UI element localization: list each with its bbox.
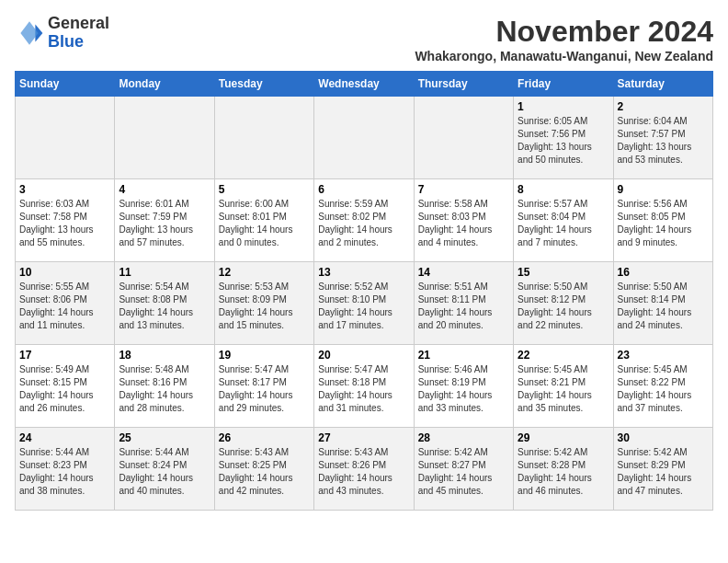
day-number: 19: [219, 349, 310, 362]
day-info: Sunrise: 5:55 AMSunset: 8:06 PMDaylight:…: [19, 281, 110, 332]
day-number: 29: [518, 431, 609, 444]
calendar-cell: [115, 97, 214, 179]
day-header-wednesday: Wednesday: [314, 72, 414, 97]
calendar-cell: 15Sunrise: 5:50 AMSunset: 8:12 PMDayligh…: [514, 262, 613, 345]
calendar-week-row: 10Sunrise: 5:55 AMSunset: 8:06 PMDayligh…: [16, 262, 713, 345]
calendar-week-row: 1Sunrise: 6:05 AMSunset: 7:56 PMDaylight…: [16, 97, 713, 179]
day-number: 17: [19, 349, 110, 362]
day-info: Sunrise: 5:54 AMSunset: 8:08 PMDaylight:…: [119, 281, 210, 332]
day-info: Sunrise: 5:50 AMSunset: 8:14 PMDaylight:…: [618, 281, 709, 332]
day-info: Sunrise: 5:46 AMSunset: 8:19 PMDaylight:…: [418, 363, 509, 415]
day-number: 22: [518, 349, 609, 362]
calendar-cell: 17Sunrise: 5:49 AMSunset: 8:15 PMDayligh…: [16, 345, 115, 428]
logo-text: General Blue: [48, 15, 109, 52]
calendar-cell: 28Sunrise: 5:42 AMSunset: 8:27 PMDayligh…: [414, 428, 513, 511]
day-header-sunday: Sunday: [16, 72, 115, 97]
day-info: Sunrise: 5:47 AMSunset: 8:18 PMDaylight:…: [318, 363, 409, 415]
day-number: 2: [618, 100, 709, 113]
day-info: Sunrise: 5:45 AMSunset: 8:22 PMDaylight:…: [618, 363, 709, 415]
day-info: Sunrise: 6:00 AMSunset: 8:01 PMDaylight:…: [219, 198, 310, 249]
day-info: Sunrise: 5:43 AMSunset: 8:25 PMDaylight:…: [219, 446, 310, 498]
day-header-saturday: Saturday: [613, 72, 712, 97]
day-info: Sunrise: 5:42 AMSunset: 8:29 PMDaylight:…: [618, 446, 709, 498]
day-info: Sunrise: 5:42 AMSunset: 8:28 PMDaylight:…: [518, 446, 609, 498]
day-header-monday: Monday: [115, 72, 214, 97]
day-info: Sunrise: 5:42 AMSunset: 8:27 PMDaylight:…: [418, 446, 509, 498]
calendar-cell: 22Sunrise: 5:45 AMSunset: 8:21 PMDayligh…: [514, 345, 613, 428]
calendar-week-row: 17Sunrise: 5:49 AMSunset: 8:15 PMDayligh…: [16, 345, 713, 428]
day-info: Sunrise: 5:50 AMSunset: 8:12 PMDaylight:…: [518, 281, 609, 332]
day-number: 15: [518, 266, 609, 279]
day-info: Sunrise: 5:57 AMSunset: 8:04 PMDaylight:…: [518, 198, 609, 249]
day-info: Sunrise: 5:58 AMSunset: 8:03 PMDaylight:…: [418, 198, 509, 249]
calendar-cell: 2Sunrise: 6:04 AMSunset: 7:57 PMDaylight…: [613, 97, 712, 179]
day-number: 7: [418, 183, 509, 196]
day-number: 21: [418, 349, 509, 362]
day-number: 14: [418, 266, 509, 279]
calendar-cell: 14Sunrise: 5:51 AMSunset: 8:11 PMDayligh…: [414, 262, 513, 345]
calendar-cell: 13Sunrise: 5:52 AMSunset: 8:10 PMDayligh…: [314, 262, 414, 345]
calendar-cell: 29Sunrise: 5:42 AMSunset: 8:28 PMDayligh…: [514, 428, 613, 511]
day-number: 30: [618, 431, 709, 444]
calendar-cell: 18Sunrise: 5:48 AMSunset: 8:16 PMDayligh…: [115, 345, 214, 428]
calendar-header-row: SundayMondayTuesdayWednesdayThursdayFrid…: [16, 72, 713, 97]
day-number: 1: [518, 100, 609, 113]
calendar-cell: 20Sunrise: 5:47 AMSunset: 8:18 PMDayligh…: [314, 345, 414, 428]
calendar-cell: 27Sunrise: 5:43 AMSunset: 8:26 PMDayligh…: [314, 428, 414, 511]
day-info: Sunrise: 5:51 AMSunset: 8:11 PMDaylight:…: [418, 281, 509, 332]
month-title: November 2024: [415, 15, 713, 49]
day-number: 3: [19, 183, 110, 196]
calendar-week-row: 24Sunrise: 5:44 AMSunset: 8:23 PMDayligh…: [16, 428, 713, 511]
day-number: 25: [119, 431, 210, 444]
calendar-cell: [314, 97, 414, 179]
day-number: 12: [219, 266, 310, 279]
day-info: Sunrise: 5:59 AMSunset: 8:02 PMDaylight:…: [318, 198, 409, 249]
calendar-cell: 30Sunrise: 5:42 AMSunset: 8:29 PMDayligh…: [613, 428, 712, 511]
title-section: November 2024 Whakarongo, Manawatu-Wanga…: [415, 15, 713, 63]
day-info: Sunrise: 5:44 AMSunset: 8:23 PMDaylight:…: [19, 446, 110, 498]
day-number: 16: [618, 266, 709, 279]
calendar-cell: 4Sunrise: 6:01 AMSunset: 7:59 PMDaylight…: [115, 179, 214, 262]
calendar-cell: 24Sunrise: 5:44 AMSunset: 8:23 PMDayligh…: [16, 428, 115, 511]
logo: General Blue: [15, 15, 109, 52]
day-number: 8: [518, 183, 609, 196]
day-number: 10: [19, 266, 110, 279]
day-info: Sunrise: 5:45 AMSunset: 8:21 PMDaylight:…: [518, 363, 609, 415]
calendar-cell: 12Sunrise: 5:53 AMSunset: 8:09 PMDayligh…: [214, 262, 313, 345]
logo-icon: [15, 18, 44, 48]
day-number: 9: [618, 183, 709, 196]
calendar-cell: [414, 97, 513, 179]
day-info: Sunrise: 6:03 AMSunset: 7:58 PMDaylight:…: [19, 198, 110, 249]
calendar-week-row: 3Sunrise: 6:03 AMSunset: 7:58 PMDaylight…: [16, 179, 713, 262]
day-info: Sunrise: 5:48 AMSunset: 8:16 PMDaylight:…: [119, 363, 210, 415]
calendar-cell: [16, 97, 115, 179]
day-number: 28: [418, 431, 509, 444]
calendar-cell: 8Sunrise: 5:57 AMSunset: 8:04 PMDaylight…: [514, 179, 613, 262]
calendar-cell: 19Sunrise: 5:47 AMSunset: 8:17 PMDayligh…: [214, 345, 313, 428]
day-info: Sunrise: 5:44 AMSunset: 8:24 PMDaylight:…: [119, 446, 210, 498]
calendar-cell: [214, 97, 313, 179]
logo-general: General: [48, 15, 109, 33]
calendar-cell: 21Sunrise: 5:46 AMSunset: 8:19 PMDayligh…: [414, 345, 513, 428]
calendar-cell: 10Sunrise: 5:55 AMSunset: 8:06 PMDayligh…: [16, 262, 115, 345]
logo-blue: Blue: [48, 33, 109, 52]
day-info: Sunrise: 5:49 AMSunset: 8:15 PMDaylight:…: [19, 363, 110, 415]
day-number: 6: [318, 183, 409, 196]
day-info: Sunrise: 5:52 AMSunset: 8:10 PMDaylight:…: [318, 281, 409, 332]
calendar-cell: 7Sunrise: 5:58 AMSunset: 8:03 PMDaylight…: [414, 179, 513, 262]
calendar-cell: 1Sunrise: 6:05 AMSunset: 7:56 PMDaylight…: [514, 97, 613, 179]
day-number: 27: [318, 431, 409, 444]
calendar-cell: 3Sunrise: 6:03 AMSunset: 7:58 PMDaylight…: [16, 179, 115, 262]
day-number: 13: [318, 266, 409, 279]
day-number: 24: [19, 431, 110, 444]
calendar-table: SundayMondayTuesdayWednesdayThursdayFrid…: [15, 71, 713, 511]
day-number: 23: [618, 349, 709, 362]
day-number: 11: [119, 266, 210, 279]
day-info: Sunrise: 5:47 AMSunset: 8:17 PMDaylight:…: [219, 363, 310, 415]
calendar-cell: 6Sunrise: 5:59 AMSunset: 8:02 PMDaylight…: [314, 179, 414, 262]
day-header-friday: Friday: [514, 72, 613, 97]
calendar-cell: 16Sunrise: 5:50 AMSunset: 8:14 PMDayligh…: [613, 262, 712, 345]
day-info: Sunrise: 5:53 AMSunset: 8:09 PMDaylight:…: [219, 281, 310, 332]
calendar-cell: 5Sunrise: 6:00 AMSunset: 8:01 PMDaylight…: [214, 179, 313, 262]
day-header-thursday: Thursday: [414, 72, 513, 97]
